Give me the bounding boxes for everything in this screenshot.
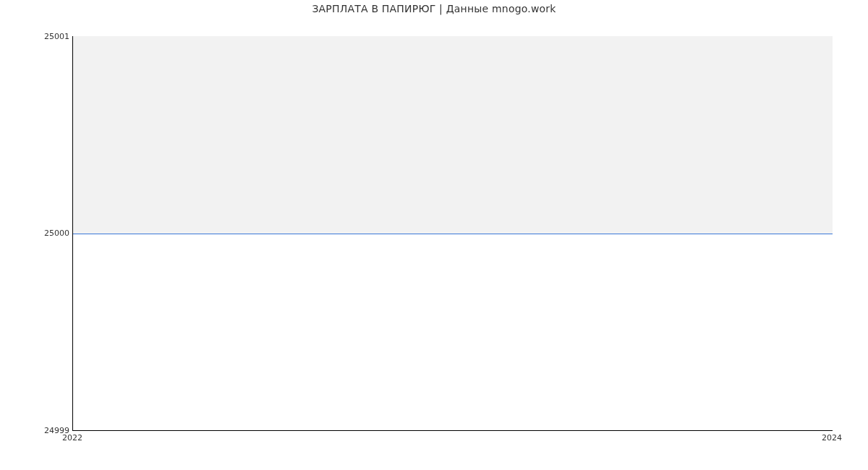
plot-area (72, 36, 833, 431)
x-tick-right: 2024 (822, 434, 842, 442)
chart-title: ЗАРПЛАТА В ПАПИРЮГ | Данные mnogo.work (0, 3, 868, 14)
salary-chart: ЗАРПЛАТА В ПАПИРЮГ | Данные mnogo.work 2… (0, 0, 868, 470)
y-tick-top: 25001 (44, 33, 69, 40)
series-line-salary (73, 234, 833, 234)
x-tick-left: 2022 (62, 434, 82, 442)
plot-shade-upper (73, 36, 833, 234)
y-tick-mid: 25000 (44, 229, 69, 237)
